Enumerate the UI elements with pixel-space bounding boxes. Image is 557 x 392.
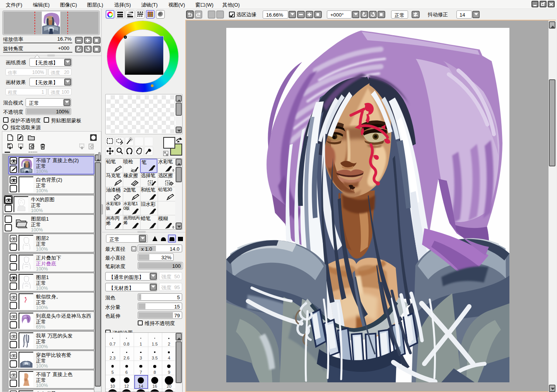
svg-text:S: S bbox=[149, 181, 151, 185]
svg-text:S: S bbox=[167, 181, 169, 185]
